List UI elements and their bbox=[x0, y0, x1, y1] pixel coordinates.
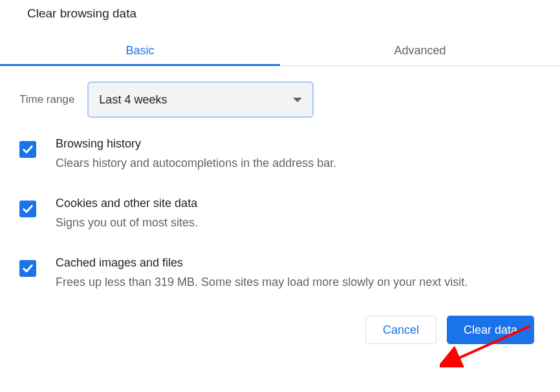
check-icon bbox=[21, 143, 34, 156]
options-list: Browsing history Clears history and auto… bbox=[0, 124, 560, 291]
tabs: Basic Advanced bbox=[0, 35, 560, 66]
option-desc: Frees up less than 319 MB. Some sites ma… bbox=[56, 274, 541, 291]
chevron-down-icon bbox=[293, 98, 302, 102]
option-title: Cached images and files bbox=[56, 256, 541, 270]
checkbox-browsing-history[interactable] bbox=[19, 141, 36, 158]
time-range-select[interactable]: Last 4 weeks bbox=[87, 82, 314, 118]
cancel-button[interactable]: Cancel bbox=[365, 316, 436, 344]
check-icon bbox=[21, 202, 34, 215]
clear-data-button[interactable]: Clear data bbox=[447, 316, 534, 344]
time-range-label: Time range bbox=[19, 93, 74, 106]
option-desc: Signs you out of most sites. bbox=[56, 214, 541, 232]
option-title: Cookies and other site data bbox=[56, 197, 541, 210]
dialog-title: Clear browsing data bbox=[0, 0, 560, 21]
option-desc: Clears history and autocompletions in th… bbox=[56, 155, 541, 172]
check-icon bbox=[21, 262, 34, 275]
tab-advanced[interactable]: Advanced bbox=[280, 35, 560, 65]
checkbox-cookies[interactable] bbox=[19, 201, 36, 217]
checkbox-cache[interactable] bbox=[19, 260, 36, 277]
option-title: Browsing history bbox=[56, 137, 541, 151]
option-browsing-history: Browsing history Clears history and auto… bbox=[19, 137, 541, 172]
option-cache: Cached images and files Frees up less th… bbox=[19, 256, 541, 291]
dialog-buttons: Cancel Clear data bbox=[0, 316, 560, 351]
time-range-value: Last 4 weeks bbox=[99, 93, 167, 107]
tab-basic[interactable]: Basic bbox=[0, 35, 280, 65]
option-cookies: Cookies and other site data Signs you ou… bbox=[19, 197, 541, 232]
time-range-row: Time range Last 4 weeks bbox=[0, 66, 560, 124]
